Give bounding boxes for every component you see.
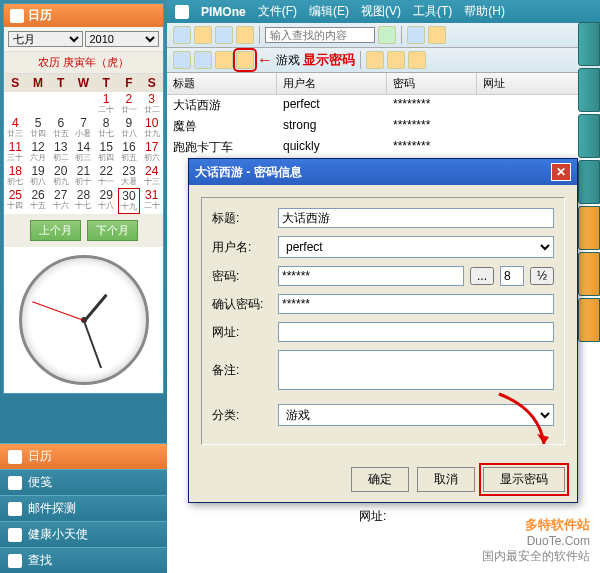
right-tab-lock[interactable]: [578, 206, 600, 250]
nav-search[interactable]: 查找: [0, 547, 167, 573]
analog-clock: [19, 255, 149, 385]
pwd-len-input[interactable]: [500, 266, 524, 286]
menu-tools[interactable]: 工具(T): [413, 3, 452, 20]
annotation-text: 显示密码: [303, 51, 355, 69]
right-tab-pwd[interactable]: [578, 252, 600, 296]
table-row[interactable]: 大话西游perfect********: [167, 95, 600, 116]
cat-select[interactable]: 游戏: [278, 404, 554, 426]
app-logo-icon: [175, 5, 189, 19]
delete-icon[interactable]: [236, 26, 254, 44]
calendar-icon: [10, 9, 24, 23]
table-row[interactable]: 跑跑卡丁车quickly********: [167, 137, 600, 158]
right-tab-3[interactable]: [578, 114, 600, 158]
calendar-header: 日历: [4, 4, 163, 27]
toolbar-1: [167, 23, 600, 48]
right-tab-star[interactable]: [578, 298, 600, 342]
search-icon: [8, 554, 22, 568]
title-label: 标题:: [212, 210, 272, 227]
calendar-panel: 日历 七月 2010 农历 庚寅年（虎） SMTWTFS 1二十2廿一3廿二 4…: [3, 3, 164, 394]
table-row[interactable]: 魔兽strong********: [167, 116, 600, 137]
prev-month-button[interactable]: 上个月: [30, 220, 81, 241]
menu-view[interactable]: 视图(V): [361, 3, 401, 20]
note-icon: [8, 476, 22, 490]
nav-notes[interactable]: 便笺: [0, 469, 167, 495]
next-month-button[interactable]: 下个月: [87, 220, 138, 241]
year-select[interactable]: 2010: [85, 31, 160, 47]
user-select[interactable]: perfect: [278, 236, 554, 258]
password-dialog: 大话西游 - 密码信息 ✕ 标题: 用户名:perfect 密码:...½ 确认…: [188, 158, 578, 503]
health-icon: [8, 528, 22, 542]
sidebar: 日历 七月 2010 农历 庚寅年（虎） SMTWTFS 1二十2廿一3廿二 4…: [0, 0, 167, 573]
right-tabs: [578, 22, 600, 344]
dialog-title: 大话西游 - 密码信息: [195, 164, 302, 181]
annotation-arrow-icon: ←: [257, 51, 273, 69]
go-icon[interactable]: [378, 26, 396, 44]
title-input[interactable]: [278, 208, 554, 228]
pwd-label: 密码:: [212, 268, 272, 285]
nav-health[interactable]: 健康小天使: [0, 521, 167, 547]
right-tab-1[interactable]: [578, 22, 600, 66]
menu-file[interactable]: 文件(F): [258, 3, 297, 20]
right-tab-2[interactable]: [578, 68, 600, 112]
table-body: 大话西游perfect******** 魔兽strong******** 跑跑卡…: [167, 95, 600, 158]
url-input[interactable]: [278, 322, 554, 342]
nav-mail[interactable]: 邮件探测: [0, 495, 167, 521]
category-label: 游戏: [276, 52, 300, 69]
menu-edit[interactable]: 编辑(E): [309, 3, 349, 20]
user-label: 用户名:: [212, 239, 272, 256]
cat-label: 分类:: [212, 407, 272, 424]
open-icon[interactable]: [194, 26, 212, 44]
globe-icon[interactable]: [173, 51, 191, 69]
save-icon[interactable]: [215, 26, 233, 44]
note-label: 备注:: [212, 362, 272, 379]
folder-icon[interactable]: [215, 51, 233, 69]
app-name: PIMOne: [201, 5, 246, 19]
confirm-input[interactable]: [278, 294, 554, 314]
show-password-button[interactable]: 显示密码: [483, 467, 565, 492]
url-label: 网址:: [212, 324, 272, 341]
dialog-buttons: 确定 取消 显示密码: [189, 457, 577, 502]
dialog-titlebar[interactable]: 大话西游 - 密码信息 ✕: [189, 159, 577, 185]
show-password-icon[interactable]: [236, 51, 254, 69]
clock-panel: [4, 247, 163, 393]
menubar: PIMOne 文件(F) 编辑(E) 视图(V) 工具(T) 帮助(H): [167, 0, 600, 23]
help-icon[interactable]: [428, 26, 446, 44]
month-nav: 上个月 下个月: [4, 214, 163, 247]
refresh-icon[interactable]: [194, 51, 212, 69]
new-icon[interactable]: [173, 26, 191, 44]
toolbar-2: ← 游戏 显示密码: [167, 48, 600, 73]
note-input[interactable]: [278, 350, 554, 390]
right-tab-4[interactable]: [578, 160, 600, 204]
ok-button[interactable]: 确定: [351, 467, 409, 492]
cancel-button[interactable]: 取消: [417, 467, 475, 492]
confirm-label: 确认密码:: [212, 296, 272, 313]
dialog-body: 标题: 用户名:perfect 密码:...½ 确认密码: 网址: 备注: 分类…: [189, 185, 577, 457]
pwd-input[interactable]: [278, 266, 464, 286]
lunar-header: 农历 庚寅年（虎）: [4, 51, 163, 74]
calendar-grid[interactable]: SMTWTFS 1二十2廿一3廿二 4廿三5廿四6廿五7小暑8廿七9廿八10廿九…: [4, 74, 163, 214]
close-button[interactable]: ✕: [551, 163, 571, 181]
print-icon[interactable]: [407, 26, 425, 44]
menu-help[interactable]: 帮助(H): [464, 3, 505, 20]
pwd-gen-button[interactable]: ½: [530, 267, 554, 285]
month-select[interactable]: 七月: [8, 31, 83, 47]
folder2-icon[interactable]: [366, 51, 384, 69]
mail-icon: [8, 502, 22, 516]
nav-calendar[interactable]: 日历: [0, 443, 167, 469]
watermark: 多特软件站 DuoTe.Com 国内最安全的软件站: [482, 516, 590, 565]
folder3-icon[interactable]: [387, 51, 405, 69]
table-header: 标题 用户名 密码 网址: [167, 73, 600, 95]
calendar-icon: [8, 450, 22, 464]
month-selector: 七月 2010: [4, 27, 163, 51]
pwd-more-button[interactable]: ...: [470, 267, 494, 285]
folder4-icon[interactable]: [408, 51, 426, 69]
side-nav: 日历 便笺 邮件探测 健康小天使 查找: [0, 443, 167, 573]
calendar-title: 日历: [28, 7, 52, 24]
search-input[interactable]: [265, 27, 375, 43]
